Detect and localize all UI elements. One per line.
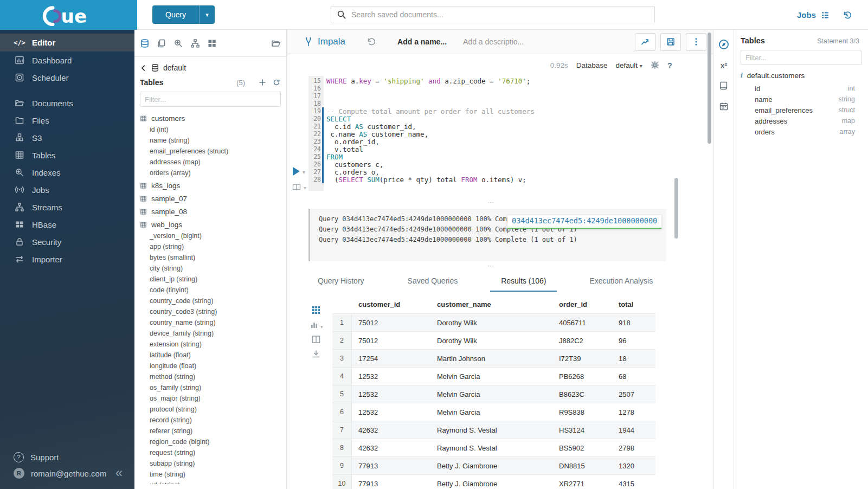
table-row[interactable]: 275012Dorothy WilkJ882C296 [332, 331, 655, 349]
sidebar-item-editor[interactable]: </>Editor [0, 34, 134, 52]
right-assist-filter-input[interactable] [741, 50, 861, 65]
column-item[interactable]: _version_ (bigint) [134, 230, 286, 241]
page-scrollbar[interactable] [708, 33, 711, 144]
presentation-book-icon[interactable] [292, 182, 301, 192]
column-header-order-id[interactable]: order_id [552, 295, 612, 313]
tab-results-106-[interactable]: Results (106) [490, 271, 557, 292]
sidebar-item-jobs[interactable]: Jobs [0, 181, 134, 198]
column-item[interactable]: country_name (string) [134, 317, 286, 328]
history-icon[interactable] [842, 10, 852, 20]
code-line[interactable]: customers c, [326, 160, 535, 168]
chevron-left-icon[interactable] [140, 65, 147, 72]
table-row[interactable]: 612532Melvin GarciaR9S8381278 [332, 403, 655, 421]
active-table-item[interactable]: i default.customers [741, 71, 861, 80]
sidebar-item-files[interactable]: Files [0, 112, 134, 129]
sidebar-item-streams[interactable]: Streams [0, 198, 134, 216]
code-line[interactable]: v.total [326, 145, 535, 153]
column-item[interactable]: subapp (string) [134, 458, 286, 469]
column-item[interactable]: city (string) [134, 263, 286, 274]
table-item-web-logs[interactable]: web_logs [134, 218, 286, 230]
column-item[interactable]: time (string) [134, 469, 286, 480]
apps-grid-icon[interactable] [207, 38, 217, 48]
sidebar-item-dashboard[interactable]: Dashboard [0, 52, 134, 69]
column-item[interactable]: record (string) [134, 415, 286, 426]
download-icon[interactable] [310, 349, 323, 359]
sidebar-item-scheduler[interactable]: Scheduler [0, 69, 134, 86]
search-input[interactable] [351, 10, 649, 19]
column-item[interactable]: email_preferences (struct) [134, 146, 286, 157]
grid-view-icon[interactable] [310, 305, 323, 315]
table-row[interactable]: 512532Melvin GarciaB8623C2507 [332, 385, 655, 403]
code-line[interactable]: FROM [326, 153, 535, 160]
table-item-sample-08[interactable]: sample_08 [134, 205, 286, 217]
column-item[interactable]: request (string) [134, 447, 286, 458]
info-icon[interactable]: i [741, 71, 743, 80]
sidebar-item-importer[interactable]: Importer [0, 250, 134, 268]
column-item-name[interactable]: namestring [741, 94, 861, 105]
jobs-link[interactable]: Jobs [797, 10, 830, 20]
language-reference-icon[interactable] [719, 81, 729, 91]
column-item[interactable]: code (tinyint) [134, 285, 286, 295]
column-item[interactable]: app (string) [134, 241, 286, 252]
table-item-sample-07[interactable]: sample_07 [134, 192, 286, 204]
column-item[interactable]: device_family (string) [134, 328, 286, 339]
run-options-caret[interactable]: ▾ [303, 169, 305, 175]
column-item[interactable]: latitude (float) [134, 350, 286, 361]
resize-handle[interactable]: ⋯ [480, 264, 502, 269]
query-description-field[interactable]: Add a descriptio... [463, 37, 524, 46]
code-line[interactable]: (SELECT SUM(price * qty) total FROM o.it… [326, 176, 535, 183]
table-row[interactable]: 412532Melvin GarciaPB626868 [332, 367, 655, 385]
code-line[interactable]: c.name AS customer_name, [326, 130, 535, 138]
column-item[interactable]: country_code (string) [134, 295, 286, 306]
column-item[interactable]: url (string) [134, 480, 286, 484]
sitemap-icon[interactable] [190, 38, 200, 48]
table-row[interactable]: 977913Betty J. GiambroneDN88151320 [332, 456, 655, 474]
column-item[interactable]: country_code3 (string) [134, 306, 286, 317]
run-query-button[interactable] [293, 167, 300, 176]
new-query-button[interactable]: Query ▾ [152, 5, 215, 24]
code-line[interactable]: WHERE a.key = 'shipping' and a.zip_code … [326, 77, 535, 85]
code-line[interactable] [326, 85, 535, 92]
refresh-icon[interactable] [272, 78, 281, 87]
undo-history-icon[interactable] [366, 37, 376, 47]
settings-gear-icon[interactable] [651, 61, 659, 69]
column-item[interactable]: addresses (map) [134, 157, 286, 168]
tab-query-history[interactable]: Query History [307, 271, 375, 292]
column-item[interactable]: protocol (string) [134, 404, 286, 415]
column-item[interactable]: orders (array) [134, 168, 286, 178]
column-item-id[interactable]: idint [741, 83, 861, 94]
book-options-caret[interactable]: ▾ [304, 185, 306, 191]
column-item[interactable]: os_family (string) [134, 382, 286, 393]
column-item[interactable]: extension (string) [134, 339, 286, 350]
sidebar-item-documents[interactable]: Documents [0, 94, 134, 112]
functions-icon[interactable]: x² [721, 61, 727, 70]
code-line[interactable]: c.orders o, [326, 168, 535, 176]
tab-saved-queries[interactable]: Saved Queries [397, 271, 469, 292]
databases-icon[interactable] [140, 38, 150, 48]
column-item[interactable]: referer (string) [134, 426, 286, 436]
column-item-email-preferences[interactable]: email_preferencesstruct [741, 105, 861, 115]
editor-scrollbar[interactable] [674, 178, 678, 239]
column-header-customer-name[interactable]: customer_name [430, 295, 552, 313]
sidebar-item-indexes[interactable]: Indexes [0, 164, 134, 181]
column-item[interactable]: name (string) [134, 135, 286, 146]
column-item[interactable]: os_major (string) [134, 393, 286, 404]
column-item[interactable]: id (int) [134, 124, 286, 135]
chart-view-icon[interactable] [310, 320, 319, 330]
column-item[interactable]: bytes (smallint) [134, 252, 286, 263]
help-icon[interactable]: ? [667, 61, 672, 70]
columns-view-icon[interactable] [310, 334, 323, 344]
code-line[interactable] [326, 92, 535, 100]
query-id-link[interactable]: 034d413ec7474ed5:4249de1000000000 [507, 215, 661, 229]
chart-options-caret[interactable]: ▾ [320, 324, 323, 330]
code-line[interactable]: o.order_id, [326, 138, 535, 145]
save-button[interactable] [660, 33, 681, 51]
chart-button[interactable] [635, 33, 655, 51]
resize-handle[interactable]: ⋯ [480, 201, 502, 206]
query-name-field[interactable]: Add a name... [397, 37, 447, 46]
database-select[interactable]: default ▾ [615, 61, 642, 69]
column-item[interactable]: method (string) [134, 371, 286, 382]
folder-open-icon[interactable] [271, 38, 281, 48]
assist-compass-icon[interactable] [718, 38, 730, 50]
sidebar-item-tables[interactable]: Tables [0, 146, 134, 164]
